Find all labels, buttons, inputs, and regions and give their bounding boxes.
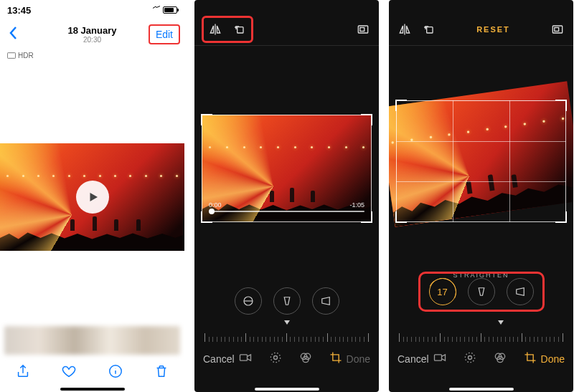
done-button[interactable]: Done [541,353,565,365]
editor-topbar [194,13,379,46]
mode-adjust[interactable] [268,350,283,368]
delete-button[interactable] [154,363,169,382]
editor-topbar: RESET [389,13,573,46]
hdr-badge: HDR [0,49,184,62]
cancel-button[interactable]: Cancel [397,353,429,365]
video-preview[interactable] [0,143,184,251]
straighten-control[interactable]: 17 [429,278,456,305]
play-button[interactable] [76,181,109,214]
svg-rect-14 [555,27,559,31]
svg-rect-2 [237,27,243,32]
photos-viewer-screen: 13:45 18 January 20:30 Edit HDR [0,0,184,392]
home-indicator[interactable] [255,388,319,391]
status-bar: 13:45 [0,0,184,20]
straighten-editor-screen: RESET STRAIGHTEN 17 [389,0,573,392]
mode-video[interactable] [238,350,253,368]
straighten-control[interactable] [235,287,262,315]
mode-crop[interactable] [329,350,343,368]
mode-adjust[interactable] [463,350,477,368]
info-button[interactable] [108,363,123,382]
svg-rect-6 [240,355,247,360]
thumbnail-strip[interactable] [4,326,180,355]
back-button[interactable] [4,24,23,44]
horizontal-perspective-control[interactable] [507,278,534,305]
reset-button[interactable]: RESET [476,25,510,34]
crop-frame[interactable]: 0:00 -1:05 [202,115,372,222]
adjust-controls-highlight: 17 [418,272,545,312]
cancel-button[interactable]: Cancel [203,353,235,365]
crop-frame[interactable] [396,100,566,222]
svg-point-7 [273,356,277,360]
home-indicator[interactable] [449,388,514,391]
mode-video[interactable] [433,350,447,368]
bottom-toolbar [0,360,184,385]
angle-dial[interactable] [399,323,563,342]
aspect-ratio-button[interactable] [549,21,566,38]
flip-horizontal-button[interactable] [207,21,224,38]
nav-bar: 18 January 20:30 Edit [0,20,184,49]
mode-filters[interactable] [493,350,507,368]
angle-dial[interactable] [204,323,369,342]
mode-crop[interactable] [523,350,537,368]
svg-rect-15 [434,355,441,360]
share-button[interactable] [15,363,31,382]
favorite-button[interactable] [61,363,77,382]
mode-bar: Cancel Done [194,348,379,371]
home-indicator[interactable] [60,388,125,391]
svg-point-17 [465,353,474,362]
svg-rect-4 [360,27,364,31]
done-button[interactable]: Done [347,353,370,365]
svg-rect-12 [427,27,433,32]
rotate-button[interactable] [420,21,438,38]
mode-filters[interactable] [298,350,313,368]
highlight-flip-rotate [202,16,253,43]
crop-editor-screen: 0:00 -1:05 Cancel [194,0,379,392]
vertical-perspective-control[interactable] [273,287,301,315]
battery-icon [151,6,177,14]
adjust-controls [194,287,379,315]
edit-button[interactable]: Edit [149,24,180,44]
svg-rect-0 [7,53,15,59]
svg-point-8 [270,353,280,362]
mode-bar: Cancel Done [389,348,573,371]
horizontal-perspective-control[interactable] [312,287,339,315]
rotate-button[interactable] [231,21,248,38]
svg-point-16 [468,356,471,360]
flip-horizontal-button[interactable] [396,21,413,38]
aspect-ratio-button[interactable] [354,21,372,38]
vertical-perspective-control[interactable] [468,278,495,305]
status-time: 13:45 [7,5,31,16]
